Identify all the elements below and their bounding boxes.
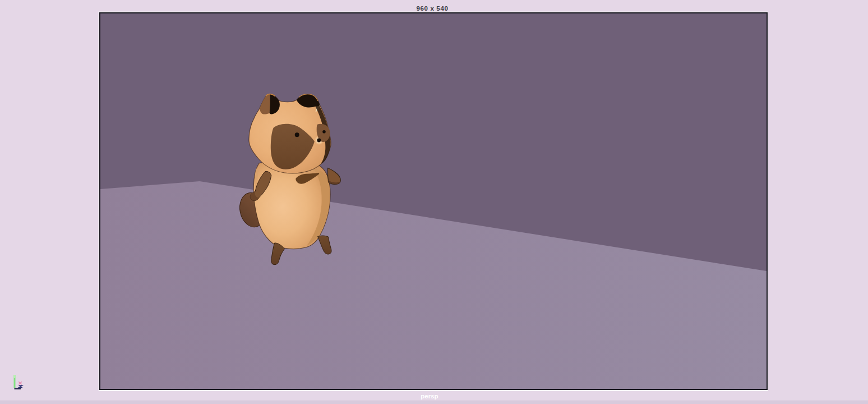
svg-text:960 x 540: 960 x 540 — [416, 5, 448, 12]
svg-text:persp: persp — [421, 393, 438, 400]
